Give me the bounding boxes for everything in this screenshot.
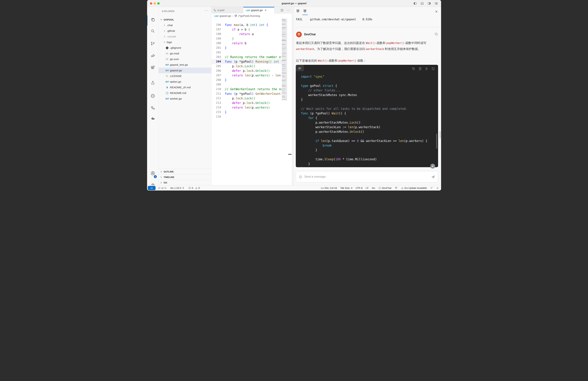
references-icon[interactable] — [147, 104, 159, 112]
code-line: 212 p.lock.Lock() — [211, 96, 281, 101]
tree-item-worker-go[interactable]: GO worker.go — [159, 96, 211, 102]
code-line: } — [301, 97, 438, 102]
code-line: type goPool struct { — [301, 84, 438, 88]
code-line: 216 — [211, 114, 281, 119]
code-line: time.Sleep(100 * time.Millisecond) — [301, 157, 438, 161]
editor-more-actions-icon[interactable]: ··· — [286, 8, 290, 12]
testing-icon[interactable] — [147, 78, 159, 87]
toggle-panel-icon[interactable] — [420, 2, 424, 5]
go-file-icon: GO — [166, 69, 168, 72]
send-message-icon[interactable] — [431, 175, 435, 179]
tree-item-gomod[interactable]: go.mod — [159, 51, 211, 56]
editor-scrollbar-thumb[interactable] — [288, 154, 292, 155]
run-debug-icon[interactable] — [147, 51, 159, 60]
tree-item-readme-zh[interactable]: README_zh.md — [159, 85, 211, 90]
go-file-icon: GO — [246, 9, 250, 12]
docker-icon[interactable] — [147, 114, 159, 122]
customize-layout-icon[interactable] — [435, 2, 438, 5]
chat-paragraph: 以下是修改后的 Wait() 函数和 popWorker() 函数： — [296, 58, 437, 64]
code-line — [301, 79, 438, 84]
go-update-status-item[interactable]: Go Update Available — [401, 187, 427, 189]
code-editor[interactable]: 196func max(a, b int) int {197 if a > b … — [211, 18, 292, 185]
close-panel-icon[interactable] — [435, 10, 438, 13]
code-line: } — [301, 161, 438, 166]
github-icon[interactable] — [147, 92, 159, 100]
feedback-icon[interactable] — [430, 187, 433, 189]
insert-code-icon[interactable] — [425, 67, 428, 70]
chevron-right-icon — [163, 24, 166, 26]
section-outline[interactable]: OUTLINE — [159, 169, 211, 174]
close-tab-icon[interactable] — [264, 9, 267, 11]
toggle-secondary-sidebar-icon[interactable] — [427, 2, 431, 5]
new-file-icon[interactable] — [418, 67, 422, 70]
cursor-position-status-item[interactable]: Ln 204, Col 33 — [321, 187, 337, 189]
split-editor-icon[interactable] — [280, 9, 284, 12]
accounts-icon[interactable]: 1 — [147, 169, 159, 178]
panel-scrollbar-thumb[interactable] — [440, 131, 441, 138]
copy-code-icon[interactable] — [412, 67, 415, 70]
tree-root-gopool[interactable]: GOPOOL — [159, 17, 211, 22]
devchat-tab-icon[interactable] — [296, 9, 300, 14]
chevron-right-icon — [163, 30, 166, 32]
add-context-icon[interactable] — [299, 175, 302, 179]
minimap[interactable] — [281, 19, 288, 100]
panel-resize-sash[interactable] — [292, 7, 294, 185]
tree-item-readme[interactable]: i README.md — [159, 90, 211, 96]
lightning-icon — [182, 187, 185, 189]
breadcrumb-file[interactable]: gopool.go — [220, 14, 231, 17]
tree-item-github[interactable]: .github — [159, 28, 211, 34]
source-control-icon[interactable] — [147, 39, 159, 48]
activity-bar: 1 — [147, 7, 159, 185]
code-line: 197 if a > b { — [211, 27, 281, 32]
sender-name: DevChat — [304, 33, 316, 36]
eol-status-item[interactable]: LF — [366, 187, 369, 189]
rabbit-status-icon[interactable] — [395, 186, 398, 190]
branch-status-item[interactable]: ci — [158, 187, 167, 189]
tree-item-gitignore[interactable]: .gitignore — [159, 45, 211, 51]
section-timeline[interactable]: TIMELINE — [159, 174, 211, 180]
problems-status-item[interactable]: 0 0 — [188, 187, 200, 189]
test-status: FAIL — [296, 18, 303, 21]
tab-size-status-item[interactable]: Tab Size: 4 — [340, 187, 352, 189]
copy-message-icon[interactable] — [435, 32, 438, 36]
tree-item-gopool-test-go[interactable]: GO gopool_test.go — [159, 62, 211, 67]
tab-ci-yml[interactable]: ci.yml — [211, 7, 243, 13]
tree-item-vscode[interactable]: .vscode — [159, 34, 211, 39]
breadcrumb[interactable]: GO gopool.go › (*goPool).Running — [211, 13, 292, 18]
section-go[interactable]: GO — [159, 180, 211, 185]
git-file-icon — [166, 46, 168, 49]
tree-item-gosum[interactable]: go.sum — [159, 56, 211, 62]
tree-item-chat[interactable]: .chat — [159, 22, 211, 28]
chevron-right-icon — [160, 171, 162, 173]
encoding-status-item[interactable]: UTF-8 — [356, 187, 363, 189]
go-version-status-item[interactable]: Go 1.20.3 — [170, 187, 185, 189]
scroll-to-bottom-button[interactable] — [430, 164, 435, 168]
code-line — [301, 152, 438, 157]
search-icon[interactable] — [147, 27, 159, 35]
devchat-active-tab-icon[interactable] — [303, 9, 307, 14]
chevron-right-icon — [160, 176, 162, 178]
tree-item-option-go[interactable]: GO option.go — [159, 79, 211, 85]
remote-indicator[interactable]: >< — [148, 186, 156, 190]
devchat-status-item[interactable]: DevChat — [378, 187, 391, 189]
extensions-icon[interactable] — [147, 63, 159, 72]
toggle-primary-sidebar-icon[interactable] — [413, 2, 417, 5]
explorer-icon[interactable] — [147, 15, 159, 24]
explorer-more-actions-icon[interactable]: ··· — [205, 9, 209, 12]
replace-code-icon[interactable] — [431, 67, 435, 70]
file-tree: .chat .github .vscode logo .gitignore — [159, 22, 211, 102]
notifications-bell-icon[interactable] — [436, 187, 439, 189]
branch-icon — [158, 187, 161, 189]
breadcrumb-symbol[interactable]: (*goPool).Running — [238, 14, 260, 17]
window-title: gopool.go — gopool — [147, 0, 441, 7]
tab-gopool-go[interactable]: GO gopool.go — [243, 7, 274, 13]
vscode-window: gopool.go — gopool — [147, 0, 441, 190]
language-status-item[interactable]: Go — [372, 187, 375, 189]
tree-item-license[interactable]: LICENSE — [159, 73, 211, 79]
tree-item-gopool-go[interactable]: GO gopool.go — [159, 67, 211, 73]
message-input-box[interactable] — [296, 171, 438, 182]
code-line — [301, 102, 438, 107]
code-block-scrollbar-thumb[interactable] — [436, 134, 437, 149]
tree-item-logo[interactable]: logo — [159, 39, 211, 45]
message-input[interactable] — [304, 171, 427, 182]
